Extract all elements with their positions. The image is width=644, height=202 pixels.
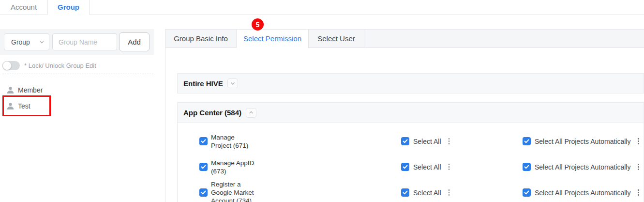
permission-row: Manage AppID (673) Select All [199,154,644,180]
app-center-header: App Center (584) [178,103,644,123]
kebab-menu-icon[interactable] [448,163,451,171]
permission-cell: Manage Project (671) [199,133,401,150]
auto-select-checkbox[interactable] [523,188,531,197]
toggle-knob [2,61,12,70]
group-type-select-value: Group [11,38,30,46]
check-icon [403,139,408,143]
auto-select-label: Select All Projects Automatically [535,163,630,171]
tab-select-user[interactable]: Select User [309,30,364,48]
tab-select-permission[interactable]: Select Permission [236,30,309,48]
permission-checkbox[interactable] [199,188,208,197]
kebab-menu-icon[interactable] [637,163,640,171]
auto-select-label: Select All Projects Automatically [535,138,630,145]
auto-select-checkbox[interactable] [523,163,531,171]
select-all-label: Select All [413,138,441,145]
permission-label: Manage AppID (673) [211,159,254,175]
auto-select-checkbox[interactable] [523,137,531,145]
app-center-title: App Center (584) [183,109,241,117]
lock-unlock-toggle[interactable] [2,61,20,70]
kebab-menu-icon[interactable] [637,188,640,197]
add-group-button[interactable]: Add [119,32,150,51]
sidebar-item-member[interactable]: Member [6,86,43,94]
tab-group-basic-info[interactable]: Group Basic Info [165,30,237,48]
collapse-section-button[interactable] [246,108,256,118]
group-type-select[interactable]: Group [4,33,49,50]
check-icon [524,190,529,195]
step-badge: 5 [252,18,264,31]
chevron-up-icon [249,111,254,114]
select-all-cell: Select All [401,137,523,145]
auto-select-cell: Select All Projects Automatically [523,137,644,145]
lock-toggle-label: * Lock/ Unlock Group Edit [24,62,96,69]
select-all-checkbox[interactable] [401,188,409,197]
check-icon [403,165,408,169]
kebab-menu-icon[interactable] [448,137,451,145]
auto-select-cell: Select All Projects Automatically [523,163,644,171]
check-icon [201,190,206,195]
expand-section-button[interactable] [227,78,238,88]
check-icon [201,165,206,169]
auto-select-label: Select All Projects Automatically [535,189,630,197]
entire-hive-section-bar: Entire HIVE [177,73,644,93]
group-name-input[interactable] [52,33,117,50]
check-icon [524,165,529,169]
group-item-label: Test [18,102,30,110]
permission-cell: Manage AppID (673) [199,159,401,175]
person-icon [6,86,15,94]
main-panel: Group Basic Info Select Permission Selec… [165,29,644,202]
check-icon [403,190,408,195]
kebab-menu-icon[interactable] [637,137,640,145]
select-all-label: Select All [413,163,441,171]
group-add-box: Group Add [0,29,154,55]
permission-label: Register a Google Market Account (734) [211,180,254,202]
select-all-label: Select All [413,189,441,197]
permission-checkbox[interactable] [199,163,208,171]
group-item-label: Member [18,86,43,94]
lock-toggle-row: * Lock/ Unlock Group Edit [2,61,96,70]
chevron-down-icon [230,82,235,85]
check-icon [524,139,529,143]
top-tabbar: Account Group [0,0,644,15]
sidebar-item-test[interactable]: Test [6,102,30,110]
permission-row: Manage Project (671) Select All [199,128,644,154]
tab-account[interactable]: Account [0,0,47,15]
select-all-cell: Select All [401,188,523,197]
person-icon [6,102,15,110]
permission-row: Register a Google Market Account (734) S… [199,180,644,202]
entire-hive-title: Entire HIVE [183,79,223,88]
select-all-cell: Select All [401,163,523,171]
chevron-down-icon [40,41,44,44]
permission-label: Manage Project (671) [211,133,248,150]
main-tabbar: Group Basic Info Select Permission Selec… [165,30,644,48]
select-all-checkbox[interactable] [401,137,409,145]
permission-checkbox[interactable] [199,137,208,145]
auto-select-cell: Select All Projects Automatically [523,188,644,197]
sidebar-divider [2,74,153,74]
permission-rows: Manage Project (671) Select All [178,123,644,202]
permission-cell: Register a Google Market Account (734) [199,180,401,202]
app-center-section: App Center (584) Manage Project (671) [177,102,644,202]
select-all-checkbox[interactable] [401,163,409,171]
check-icon [201,139,206,143]
kebab-menu-icon[interactable] [448,188,451,197]
tab-group[interactable]: Group [47,0,90,15]
